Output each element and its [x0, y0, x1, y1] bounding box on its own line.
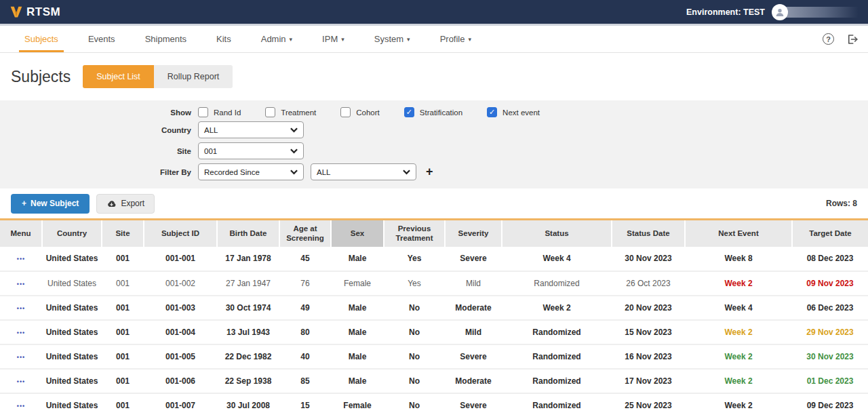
nav-tab-admin[interactable]: Admin ▾ [246, 26, 307, 52]
table-row: ••• United States 001 001-007 30 Jul 200… [0, 393, 868, 417]
cell-severity: Severe [445, 344, 502, 369]
col-header-subject-id[interactable]: Subject ID [144, 220, 217, 247]
col-header-target-date[interactable]: Target Date [792, 220, 868, 247]
col-header-status-date[interactable]: Status Date [612, 220, 685, 247]
filter-by-field-select[interactable]: Recorded Since [198, 163, 304, 180]
cell-target-date: 09 Dec 2023 [792, 393, 868, 417]
site-select[interactable]: 001 [198, 142, 304, 159]
cell-target-date: 08 Dec 2023 [792, 247, 868, 271]
cell-site: 001 [102, 393, 144, 417]
checkbox-icon: ✓ [404, 107, 414, 117]
cell-status-date: 16 Nov 2023 [612, 344, 685, 369]
view-tab-subject-list[interactable]: Subject List [83, 65, 154, 88]
nav-tab-kits[interactable]: Kits [201, 26, 246, 52]
nav-tab-subjects[interactable]: Subjects [9, 26, 73, 52]
row-menu-icon[interactable]: ••• [17, 281, 25, 287]
show-checkbox-next-event[interactable]: ✓ Next event [487, 107, 540, 117]
cell-subject-id[interactable]: 001-003 [144, 296, 217, 320]
cell-birth-date: 30 Jul 2008 [217, 393, 279, 417]
checkbox-icon [198, 107, 208, 117]
row-menu-icon[interactable]: ••• [17, 256, 25, 262]
show-checkbox-cohort[interactable]: Cohort [340, 107, 380, 117]
row-menu-icon[interactable]: ••• [17, 330, 25, 336]
cell-subject-id[interactable]: 001-007 [144, 393, 217, 417]
show-checkbox-stratification[interactable]: ✓ Stratification [404, 107, 462, 117]
cell-country: United States [42, 271, 102, 296]
nav-tab-events[interactable]: Events [73, 26, 130, 52]
checkbox-icon: ✓ [487, 107, 497, 117]
nav-tab-profile[interactable]: Profile ▾ [425, 26, 486, 52]
cell-next-event: Week 4 [685, 296, 792, 320]
checkbox-icon [340, 107, 351, 117]
col-header-status[interactable]: Status [502, 220, 612, 247]
country-select[interactable]: ALL [198, 121, 304, 138]
cell-site: 001 [102, 320, 144, 344]
chevron-down-icon: ▾ [341, 36, 344, 43]
row-menu-icon[interactable]: ••• [17, 354, 25, 361]
cell-sex: Male [331, 369, 384, 393]
cell-subject-id[interactable]: 001-004 [144, 320, 217, 344]
cell-prev-treatment: No [384, 344, 445, 369]
table-row: ••• United States 001 001-003 30 Oct 197… [0, 296, 868, 320]
cell-birth-date: 30 Oct 1974 [217, 296, 279, 320]
cell-country: United States [42, 320, 102, 344]
cell-subject-id[interactable]: 001-002 [144, 271, 217, 296]
row-menu-icon[interactable]: ••• [17, 305, 25, 312]
cell-severity: Moderate [445, 296, 502, 320]
nav-tab-ipm[interactable]: IPM ▾ [307, 26, 359, 52]
cell-site: 001 [102, 247, 144, 271]
add-filter-button[interactable]: + [426, 165, 433, 179]
col-header-country[interactable]: Country [42, 220, 102, 247]
table-header-row: Menu Country Site Subject ID Birth Date … [0, 220, 868, 247]
chevron-down-icon [403, 170, 410, 175]
col-header-birth-date[interactable]: Birth Date [217, 220, 279, 247]
col-header-age[interactable]: Age at Screening [279, 220, 331, 247]
nav-tab-shipments[interactable]: Shipments [130, 26, 201, 52]
filter-panel: Show Rand Id Treatment Cohort ✓ Stratifi… [0, 100, 868, 188]
help-icon[interactable]: ? [823, 33, 834, 45]
cell-target-date: 09 Nov 2023 [792, 271, 868, 296]
show-checkbox-group: Rand Id Treatment Cohort ✓ Stratificatio… [198, 107, 540, 117]
subjects-table: Menu Country Site Subject ID Birth Date … [0, 218, 868, 417]
show-checkbox-rand-id[interactable]: Rand Id [198, 107, 241, 117]
filter-by-value-select[interactable]: ALL [311, 163, 416, 180]
cell-age: 45 [279, 247, 331, 271]
new-subject-button[interactable]: + New Subject [11, 194, 90, 214]
show-checkbox-treatment[interactable]: Treatment [265, 107, 316, 117]
row-menu-icon[interactable]: ••• [17, 378, 25, 385]
cell-subject-id[interactable]: 001-001 [144, 247, 217, 271]
cell-birth-date: 22 Dec 1982 [217, 344, 279, 369]
cell-age: 49 [279, 296, 331, 320]
export-button[interactable]: Export [96, 194, 155, 214]
cell-age: 76 [279, 271, 331, 296]
cell-status: Randomized [502, 344, 612, 369]
cell-target-date: 29 Nov 2023 [792, 320, 868, 344]
cell-status: Week 2 [502, 296, 612, 320]
col-header-sex[interactable]: Sex [331, 220, 384, 247]
cell-status-date: 30 Nov 2023 [612, 247, 685, 271]
user-account[interactable] [772, 4, 859, 20]
row-menu-icon[interactable]: ••• [17, 403, 25, 410]
col-header-severity[interactable]: Severity [445, 220, 502, 247]
col-header-site[interactable]: Site [102, 220, 144, 247]
cell-sex: Male [331, 320, 384, 344]
nav-tabs: Subjects Events Shipments Kits Admin ▾ I… [9, 26, 486, 52]
col-header-prev-treatment[interactable]: Previous Treatment [384, 220, 445, 247]
view-tabs: Subject List Rollup Report [83, 65, 233, 88]
cell-status: Randomized [502, 271, 612, 296]
cell-severity: Severe [445, 393, 502, 417]
cell-country: United States [42, 296, 102, 320]
nav-tab-system[interactable]: System ▾ [359, 26, 425, 52]
country-label: Country [0, 126, 198, 134]
cell-status: Randomized [502, 393, 612, 417]
cell-subject-id[interactable]: 001-005 [144, 344, 217, 369]
col-header-menu[interactable]: Menu [0, 220, 42, 247]
cell-country: United States [42, 344, 102, 369]
col-header-next-event[interactable]: Next Event [685, 220, 792, 247]
cell-subject-id[interactable]: 001-006 [144, 369, 217, 393]
logout-icon[interactable] [846, 33, 859, 45]
plus-icon: + [22, 199, 26, 208]
site-label: Site [0, 147, 198, 155]
chevron-down-icon [290, 127, 298, 133]
view-tab-rollup-report[interactable]: Rollup Report [154, 65, 233, 88]
